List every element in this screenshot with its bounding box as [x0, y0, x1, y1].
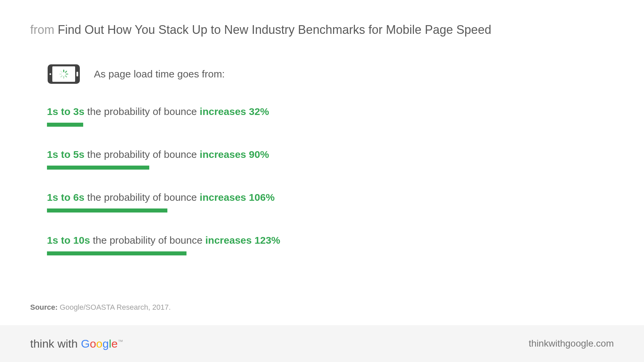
chart-row: 1s to 3s the probability of bounce incre…	[47, 105, 366, 127]
range-label: 1s to 5s	[47, 149, 85, 160]
middle-text: the probability of bounce	[90, 235, 205, 246]
bar	[47, 123, 83, 127]
svg-rect-1	[52, 66, 75, 82]
svg-rect-3	[76, 72, 78, 76]
bar	[47, 251, 186, 255]
intro-row: As page load time goes from:	[47, 64, 366, 84]
svg-point-2	[50, 73, 51, 75]
chart-row: 1s to 6s the probability of bounce incre…	[47, 190, 366, 213]
bar	[47, 166, 149, 170]
intro-text: As page load time goes from:	[94, 68, 225, 80]
middle-text: the probability of bounce	[85, 192, 200, 203]
row-text: 1s to 5s the probability of bounce incre…	[47, 147, 366, 162]
row-text: 1s to 3s the probability of bounce incre…	[47, 105, 366, 119]
phone-loading-icon	[47, 64, 80, 84]
middle-text: the probability of bounce	[85, 106, 200, 117]
brand-prefix: think with	[30, 337, 81, 350]
increase-label: increases 90%	[200, 149, 269, 160]
chart-content: As page load time goes from: 1s to 3s th…	[30, 64, 366, 255]
page-title: from Find Out How You Stack Up to New In…	[30, 23, 614, 37]
title-main: Find Out How You Stack Up to New Industr…	[58, 23, 491, 37]
increase-label: increases 123%	[205, 235, 280, 246]
title-prefix: from	[30, 23, 54, 37]
increase-label: increases 32%	[200, 106, 269, 117]
bar-track	[47, 251, 366, 255]
source-line: Source: Google/SOASTA Research, 2017.	[30, 303, 171, 312]
increase-label: increases 106%	[200, 192, 275, 203]
bar-track	[47, 123, 366, 127]
bar	[47, 208, 167, 213]
footer-link: thinkwithgoogle.com	[529, 338, 614, 349]
bar-track	[47, 166, 366, 170]
page: from Find Out How You Stack Up to New In…	[0, 0, 644, 362]
row-text: 1s to 6s the probability of bounce incre…	[47, 190, 366, 204]
chart-row: 1s to 10s the probability of bounce incr…	[47, 233, 366, 255]
range-label: 1s to 6s	[47, 192, 85, 203]
range-label: 1s to 3s	[47, 106, 85, 117]
source-label: Source:	[30, 303, 58, 311]
bar-track	[47, 208, 366, 213]
footer: think with Google™ thinkwithgoogle.com	[0, 325, 644, 362]
row-text: 1s to 10s the probability of bounce incr…	[47, 233, 366, 247]
middle-text: the probability of bounce	[85, 149, 200, 160]
range-label: 1s to 10s	[47, 235, 90, 246]
think-with-google-logo: think with Google™	[30, 337, 123, 350]
source-text: Google/SOASTA Research, 2017.	[60, 303, 171, 311]
chart-rows: 1s to 3s the probability of bounce incre…	[47, 105, 366, 255]
chart-row: 1s to 5s the probability of bounce incre…	[47, 147, 366, 170]
